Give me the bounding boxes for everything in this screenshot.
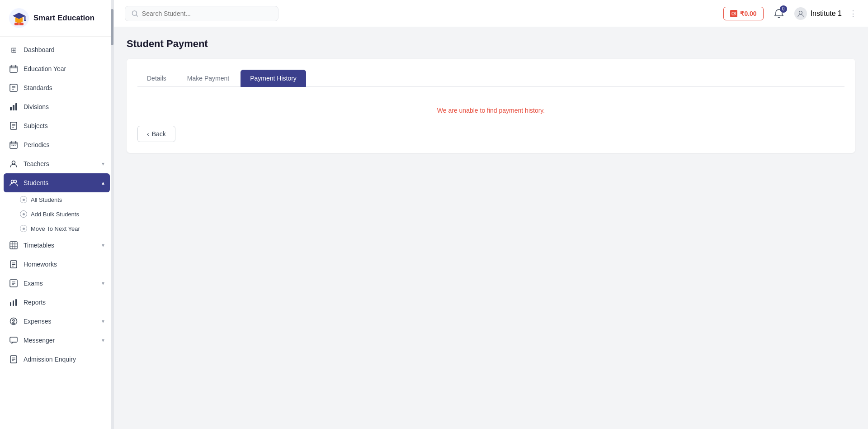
divisions-icon xyxy=(9,102,18,111)
svg-point-30 xyxy=(11,180,14,183)
svg-point-27 xyxy=(13,145,14,146)
svg-rect-7 xyxy=(10,66,17,72)
sidebar-item-label: Expenses xyxy=(24,318,51,325)
education-year-icon xyxy=(9,64,18,73)
sidebar-item-label: Homeworks xyxy=(24,261,57,268)
wallet-icon xyxy=(730,10,737,17)
tabs: Details Make Payment Payment History xyxy=(137,70,844,87)
sidebar-item-label: Subjects xyxy=(24,122,48,129)
sidebar-item-label: Reports xyxy=(24,299,46,306)
sidebar-item-homeworks[interactable]: Homeworks xyxy=(0,255,113,274)
sidebar-item-label: Admission Enquiry xyxy=(24,356,76,363)
sidebar-nav: ⊞ Dashboard Education Year Standards Div… xyxy=(0,37,113,429)
sidebar-item-messenger[interactable]: Messenger ▾ xyxy=(0,331,113,350)
svg-point-31 xyxy=(14,180,17,183)
reports-icon xyxy=(9,298,18,307)
teachers-chevron-icon: ▾ xyxy=(102,161,104,167)
tab-payment-history[interactable]: Payment History xyxy=(241,70,306,87)
app-name: Smart Education xyxy=(33,14,94,23)
sidebar-item-label: Timetables xyxy=(24,242,54,249)
move-next-year-label: Move To Next Year xyxy=(31,225,80,232)
sidebar-item-label: Periodics xyxy=(24,141,50,148)
balance-button[interactable]: ₹0.00 xyxy=(723,7,763,20)
sidebar-item-label: Messenger xyxy=(24,337,55,344)
svg-rect-6 xyxy=(19,23,19,25)
topbar: ₹0.00 0 Institute 1 ⋮ xyxy=(114,0,868,27)
search-box[interactable] xyxy=(125,6,278,21)
sidebar-item-admission-enquiry[interactable]: Admission Enquiry xyxy=(0,350,113,369)
messenger-chevron-icon: ▾ xyxy=(102,337,104,343)
sidebar-item-divisions[interactable]: Divisions xyxy=(0,97,113,116)
messenger-icon xyxy=(9,336,18,345)
sidebar-item-exams[interactable]: Exams ▾ xyxy=(0,274,113,293)
exams-icon xyxy=(9,279,18,288)
svg-rect-16 xyxy=(13,105,14,110)
user-avatar xyxy=(794,7,807,20)
sidebar-item-label: Education Year xyxy=(24,65,66,72)
sidebar-item-expenses[interactable]: Expenses ▾ xyxy=(0,312,113,331)
sidebar-item-education-year[interactable]: Education Year xyxy=(0,59,113,78)
sidebar-item-teachers[interactable]: Teachers ▾ xyxy=(0,154,113,173)
main-area: ₹0.00 0 Institute 1 ⋮ Student Payment xyxy=(114,0,868,429)
sidebar-item-reports[interactable]: Reports xyxy=(0,293,113,312)
sidebar-item-label: Students xyxy=(24,179,48,186)
all-students-label: All Students xyxy=(31,196,62,203)
back-chevron-icon: ‹ xyxy=(147,130,149,138)
sidebar-item-timetables[interactable]: Timetables ▾ xyxy=(0,236,113,255)
exams-chevron-icon: ▾ xyxy=(102,280,104,286)
teachers-icon xyxy=(9,159,18,168)
tab-details[interactable]: Details xyxy=(137,70,176,87)
sidebar-item-subjects[interactable]: Subjects xyxy=(0,116,113,135)
more-options-button[interactable]: ⋮ xyxy=(849,9,857,19)
page-title: Student Payment xyxy=(127,38,855,50)
svg-rect-47 xyxy=(15,299,17,306)
students-chevron-icon: ▴ xyxy=(102,180,104,186)
svg-point-58 xyxy=(799,11,802,14)
sidebar-scrollbar-thumb[interactable] xyxy=(111,9,113,45)
notification-badge: 0 xyxy=(780,5,787,13)
tab-make-payment[interactable]: Make Payment xyxy=(178,70,239,87)
all-students-dot xyxy=(20,196,27,203)
add-bulk-dot xyxy=(20,210,27,218)
sidebar-item-label: Exams xyxy=(24,280,43,287)
expenses-icon xyxy=(9,317,18,326)
empty-message: We are unable to find payment history. xyxy=(137,98,844,119)
sub-nav-move-to-next-year[interactable]: Move To Next Year xyxy=(20,221,113,236)
admission-enquiry-icon xyxy=(9,355,18,364)
students-icon xyxy=(9,178,18,187)
sidebar-item-periodics[interactable]: Periodics xyxy=(0,135,113,154)
periodics-icon xyxy=(9,140,18,149)
standards-icon xyxy=(9,83,18,92)
sidebar-item-standards[interactable]: Standards xyxy=(0,78,113,97)
timetables-icon xyxy=(9,241,18,250)
svg-rect-45 xyxy=(10,302,11,306)
sidebar: Smart Education ⊞ Dashboard Education Ye… xyxy=(0,0,114,429)
add-bulk-label: Add Bulk Students xyxy=(31,211,79,218)
balance-amount: ₹0.00 xyxy=(740,10,756,17)
svg-point-57 xyxy=(734,13,735,14)
sub-nav-add-bulk-students[interactable]: Add Bulk Students xyxy=(20,207,113,221)
main-card: Details Make Payment Payment History We … xyxy=(127,59,855,153)
sidebar-item-dashboard[interactable]: ⊞ Dashboard xyxy=(0,40,113,59)
search-icon xyxy=(132,10,138,17)
topbar-right: ₹0.00 0 Institute 1 ⋮ xyxy=(723,5,857,22)
sidebar-item-label: Divisions xyxy=(24,103,49,110)
sidebar-item-students[interactable]: Students ▴ xyxy=(4,173,110,192)
sidebar-item-label: Dashboard xyxy=(24,46,55,53)
search-input[interactable] xyxy=(142,10,272,17)
user-info[interactable]: Institute 1 xyxy=(794,7,842,20)
svg-point-26 xyxy=(12,145,13,146)
sidebar-scrollbar[interactable] xyxy=(111,0,113,429)
expenses-chevron-icon: ▾ xyxy=(102,318,104,324)
sidebar-item-label: Teachers xyxy=(24,160,49,167)
svg-line-55 xyxy=(136,14,137,16)
notification-button[interactable]: 0 xyxy=(771,5,787,22)
timetables-chevron-icon: ▾ xyxy=(102,242,104,248)
svg-rect-32 xyxy=(10,242,17,249)
sidebar-item-label: Standards xyxy=(24,84,52,91)
svg-rect-3 xyxy=(24,16,26,20)
back-button[interactable]: ‹ Back xyxy=(137,126,175,142)
students-sub-nav: All Students Add Bulk Students Move To N… xyxy=(0,192,113,236)
sub-nav-all-students[interactable]: All Students xyxy=(20,192,113,207)
back-button-label: Back xyxy=(152,130,166,138)
